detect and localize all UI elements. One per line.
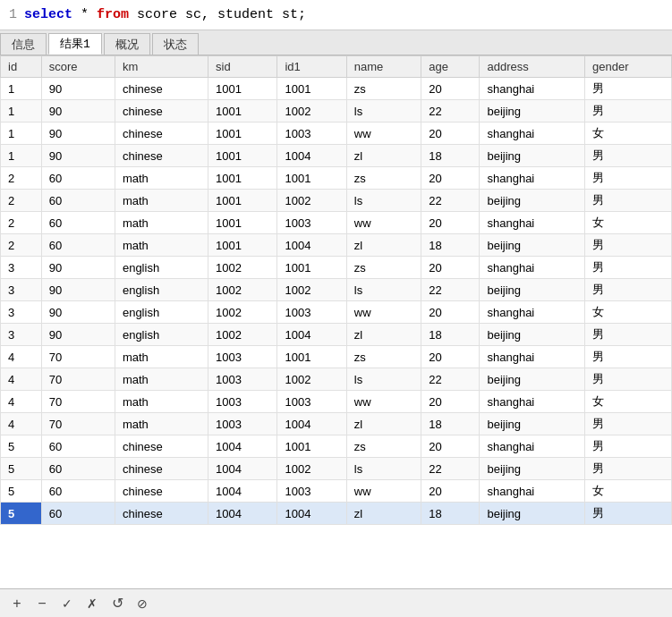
table-row[interactable]: 560chinese10041002ls22beijing男 — [1, 458, 672, 480]
table-cell: 20 — [421, 391, 480, 413]
table-cell: 22 — [421, 190, 480, 212]
table-cell: shanghai — [480, 212, 585, 234]
table-cell: 1001 — [208, 190, 277, 212]
table-cell: 2 — [1, 167, 42, 190]
table-cell: shanghai — [480, 301, 585, 324]
tab-result1[interactable]: 结果1 — [48, 33, 102, 55]
table-cell: 90 — [41, 257, 115, 279]
table-cell: 1 — [1, 145, 42, 167]
table-cell: 男 — [585, 100, 672, 123]
table-cell: 60 — [41, 234, 115, 257]
table-row[interactable]: 470math10031003ww20shanghai女 — [1, 391, 672, 413]
table-cell: 1002 — [208, 279, 277, 301]
table-cell: math — [115, 190, 208, 212]
table-cell: beijing — [480, 458, 585, 480]
result-table-container[interactable]: id score km sid id1 name age address gen… — [0, 55, 672, 588]
table-cell: 1004 — [277, 324, 346, 346]
table-row[interactable]: 260math10011001zs20shanghai男 — [1, 167, 672, 190]
table-cell: math — [115, 212, 208, 234]
table-cell: 1004 — [277, 413, 346, 435]
bottom-toolbar: + − ✓ ✗ ↺ ⊘ — [0, 588, 672, 617]
table-cell: 5 — [1, 435, 42, 458]
confirm-button[interactable]: ✓ — [57, 594, 77, 613]
table-cell: ww — [346, 123, 421, 145]
table-row[interactable]: 560chinese10041003ww20shanghai女 — [1, 480, 672, 503]
col-header-km: km — [115, 56, 208, 78]
table-cell: 60 — [41, 480, 115, 503]
tab-status[interactable]: 状态 — [152, 33, 199, 55]
table-cell: beijing — [480, 190, 585, 212]
table-cell: 70 — [41, 391, 115, 413]
sql-rest: score sc, student st; — [129, 7, 306, 22]
table-row[interactable]: 470math10031002ls22beijing男 — [1, 368, 672, 391]
tab-overview[interactable]: 概况 — [104, 33, 150, 55]
table-cell: 1002 — [277, 190, 346, 212]
table-cell: 18 — [421, 324, 480, 346]
table-row[interactable]: 190chinese10011004zl18beijing男 — [1, 145, 672, 167]
table-row[interactable]: 560chinese10041004zl18beijing男 — [1, 503, 672, 525]
table-header-row: id score km sid id1 name age address gen… — [1, 56, 672, 78]
table-cell: 90 — [41, 145, 115, 167]
table-cell: 1003 — [277, 301, 346, 324]
table-cell: beijing — [480, 503, 585, 525]
table-cell: ls — [346, 279, 421, 301]
table-row[interactable]: 260math10011002ls22beijing男 — [1, 190, 672, 212]
table-row[interactable]: 190chinese10011001zs20shanghai男 — [1, 78, 672, 100]
table-cell: chinese — [115, 78, 208, 100]
table-row[interactable]: 470math10031004zl18beijing男 — [1, 413, 672, 435]
table-row[interactable]: 390english10021002ls22beijing男 — [1, 279, 672, 301]
tab-info[interactable]: 信息 — [0, 33, 47, 55]
table-cell: 男 — [585, 167, 672, 190]
table-row[interactable]: 260math10011003ww20shanghai女 — [1, 212, 672, 234]
table-cell: 1001 — [277, 78, 346, 100]
select-keyword: select — [24, 7, 72, 22]
table-row[interactable]: 390english10021003ww20shanghai女 — [1, 301, 672, 324]
table-cell: chinese — [115, 145, 208, 167]
table-cell: 1002 — [277, 368, 346, 391]
table-row[interactable]: 190chinese10011002ls22beijing男 — [1, 100, 672, 123]
table-cell: 20 — [421, 480, 480, 503]
table-cell: math — [115, 234, 208, 257]
table-cell: math — [115, 346, 208, 368]
col-header-id: id — [1, 56, 42, 78]
table-cell: 男 — [585, 257, 672, 279]
table-cell: 男 — [585, 78, 672, 100]
table-cell: beijing — [480, 279, 585, 301]
col-header-gender: gender — [585, 56, 672, 78]
table-cell: chinese — [115, 123, 208, 145]
table-cell: 60 — [41, 435, 115, 458]
table-cell: ls — [346, 458, 421, 480]
table-cell: 1004 — [208, 435, 277, 458]
remove-row-button[interactable]: − — [32, 594, 52, 613]
table-cell: 1001 — [277, 167, 346, 190]
add-row-button[interactable]: + — [7, 594, 27, 613]
table-row[interactable]: 190chinese10011003ww20shanghai女 — [1, 123, 672, 145]
table-cell: shanghai — [480, 391, 585, 413]
table-cell: 1004 — [277, 145, 346, 167]
table-cell: shanghai — [480, 435, 585, 458]
table-cell: 5 — [1, 503, 42, 525]
table-cell: 1003 — [208, 368, 277, 391]
table-cell: chinese — [115, 458, 208, 480]
table-cell: 20 — [421, 257, 480, 279]
cancel-button[interactable]: ✗ — [82, 594, 102, 613]
table-cell: 70 — [41, 346, 115, 368]
table-cell: 18 — [421, 503, 480, 525]
table-cell: 60 — [41, 503, 115, 525]
table-row[interactable]: 470math10031001zs20shanghai男 — [1, 346, 672, 368]
table-cell: 男 — [585, 324, 672, 346]
table-cell: 1002 — [277, 100, 346, 123]
table-cell: ww — [346, 391, 421, 413]
table-cell: 1001 — [208, 78, 277, 100]
table-cell: 男 — [585, 190, 672, 212]
table-row[interactable]: 390english10021004zl18beijing男 — [1, 324, 672, 346]
table-cell: 20 — [421, 435, 480, 458]
table-row[interactable]: 390english10021001zs20shanghai男 — [1, 257, 672, 279]
table-cell: chinese — [115, 435, 208, 458]
stop-button[interactable]: ⊘ — [132, 594, 152, 613]
table-cell: 22 — [421, 100, 480, 123]
table-row[interactable]: 260math10011004zl18beijing男 — [1, 234, 672, 257]
table-row[interactable]: 560chinese10041001zs20shanghai男 — [1, 435, 672, 458]
refresh-button[interactable]: ↺ — [107, 594, 127, 613]
table-cell: 22 — [421, 279, 480, 301]
